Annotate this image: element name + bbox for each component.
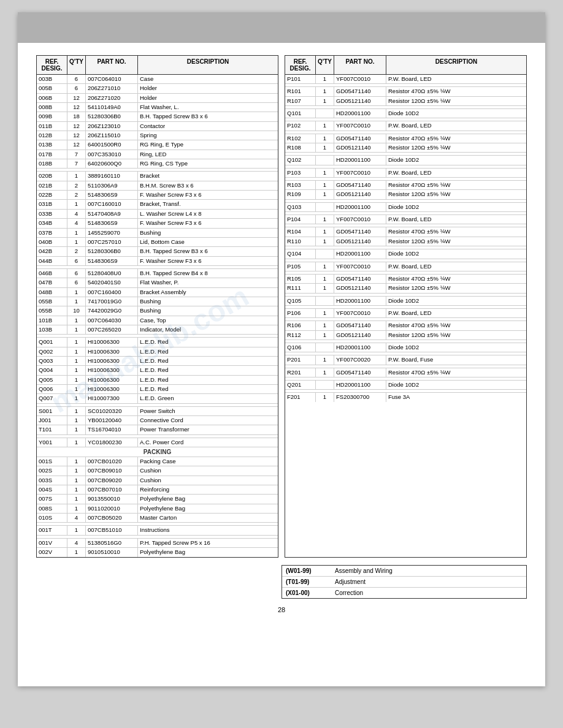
cell-ref: P102 xyxy=(285,121,316,130)
bottom-note-value: Correction xyxy=(335,590,523,596)
table-row: 012B12206Z115010Spring xyxy=(37,131,278,140)
cell-part: GD05471140 xyxy=(334,181,386,189)
cell-ref: 002S xyxy=(37,466,67,475)
cell-ref: 009B xyxy=(37,112,67,121)
table-row: 001T1007CB51010Instructions xyxy=(37,526,278,535)
table-row: Q102HD20001100Diode 10D2 xyxy=(285,156,526,165)
cell-part: 007C353010 xyxy=(86,150,138,159)
cell-qty: 1 xyxy=(67,347,86,356)
cell-qty: 1 xyxy=(67,425,86,434)
table-row: R1071GD05121140Resistor 120Ω ±5% ¼W xyxy=(285,97,526,106)
table-row: Q106HD20001100Diode 10D2 xyxy=(285,343,526,352)
table-row: 022B25148306S9F. Washer Screw F3 x 6 xyxy=(37,191,278,200)
cell-qty: 1 xyxy=(316,75,334,83)
cell-desc: B.H. Tapped Screw B3 x 6 xyxy=(138,112,278,121)
cell-part: 51470408A9 xyxy=(86,210,138,218)
cell-qty: 1 xyxy=(67,200,86,208)
cell-desc: Instructions xyxy=(138,526,278,534)
cell-desc: Polyethylene Bag xyxy=(138,504,278,513)
cell-ref: Q102 xyxy=(285,156,316,164)
cell-desc: Case xyxy=(138,75,278,83)
cell-desc: Diode 10D2 xyxy=(386,381,526,389)
table-row: P1011YF007C0010P.W. Board, LED xyxy=(285,75,526,84)
header-ref-left: REF.DESIG. xyxy=(37,56,67,74)
table-row: 002V19010510010Polyethylene Bag xyxy=(37,548,278,556)
cell-part: YF007C0010 xyxy=(334,262,386,271)
table-row: 021B25110306A9B.H.M. Screw B3 x 6 xyxy=(37,181,278,191)
cell-ref: 017B xyxy=(37,150,67,159)
table-row: 040B1007C257010Lid, Bottom Case xyxy=(37,238,278,247)
cell-ref: R111 xyxy=(285,284,316,292)
cell-desc: Diode 10D2 xyxy=(386,156,526,164)
cell-ref: 004S xyxy=(37,485,67,494)
cell-part: 64001500R0 xyxy=(86,140,138,149)
cell-qty xyxy=(316,109,334,118)
cell-desc: Flat Washer, P. xyxy=(138,278,278,287)
cell-desc: Diode 10D2 xyxy=(386,109,526,118)
cell-desc: Resistor 120Ω ±5% ¼W xyxy=(386,237,526,246)
cell-part: 1455259070 xyxy=(86,229,138,237)
cell-qty: 1 xyxy=(67,416,86,425)
cell-qty: 1 xyxy=(67,172,86,180)
cell-ref: Q001 xyxy=(37,338,67,346)
table-row: Q0071HI10007300L.E.D. Green xyxy=(37,394,278,403)
cell-desc: Diode 10D2 xyxy=(386,343,526,352)
cell-part: 007CB05020 xyxy=(86,514,138,522)
cell-desc: RG Ring, CS Type xyxy=(138,159,278,168)
cell-part: 51280306B0 xyxy=(86,247,138,256)
cell-part: 206Z123010 xyxy=(86,122,138,131)
cell-part: 54110149A0 xyxy=(86,103,138,112)
cell-ref: P104 xyxy=(285,215,316,224)
cell-ref: 037B xyxy=(37,229,67,237)
cell-part: YC01800230 xyxy=(86,438,138,447)
cell-qty: 1 xyxy=(316,262,334,271)
cell-part: YF007C0010 xyxy=(334,309,386,317)
cell-ref: 040B xyxy=(37,238,67,246)
cell-part: 007C160010 xyxy=(86,200,138,208)
table-row: 101B1007C064030Case, Top xyxy=(37,316,278,325)
cell-qty: 4 xyxy=(67,539,86,547)
cell-desc: P.W. Board, LED xyxy=(386,262,526,271)
cell-qty: 6 xyxy=(67,75,86,83)
cell-qty: 1 xyxy=(316,284,334,292)
cell-desc: Cushion xyxy=(138,476,278,485)
cell-ref: R107 xyxy=(285,97,316,105)
cell-ref: R106 xyxy=(285,321,316,330)
cell-qty: 6 xyxy=(67,84,86,93)
cell-part: GD05471140 xyxy=(334,275,386,283)
cell-desc: Cushion xyxy=(138,466,278,475)
cell-ref: Q003 xyxy=(37,357,67,365)
cell-qty: 10 xyxy=(67,306,86,315)
cell-part: HD20001100 xyxy=(334,249,386,258)
cell-qty: 12 xyxy=(67,131,86,140)
cell-ref: 021B xyxy=(37,181,67,190)
right-table: REF.DESIG. Q'TY PART NO. DESCRIPTION P10… xyxy=(285,55,527,558)
cell-part: 5148306S9 xyxy=(86,257,138,265)
cell-desc: Bracket, Transf. xyxy=(138,200,278,208)
cell-desc: Resistor 470Ω ±5% ¼W xyxy=(386,227,526,236)
cell-part: HI10006300 xyxy=(86,347,138,356)
cell-desc: Diode 10D2 xyxy=(386,203,526,211)
cell-desc: Resistor 470Ω ±5% ¼W xyxy=(386,87,526,96)
cell-part: 64020600Q0 xyxy=(86,159,138,168)
table-row: 017B7007C353010Ring, LED xyxy=(37,150,278,159)
cell-ref: R108 xyxy=(285,143,316,152)
table-row: Q0061HI10006300L.E.D. Red xyxy=(37,385,278,394)
cell-part: GD05471140 xyxy=(334,321,386,330)
cell-qty xyxy=(316,381,334,389)
table-row: 047B654020401S0Flat Washer, P. xyxy=(37,278,278,287)
cell-desc: Resistor 470Ω ±5% ¼W xyxy=(386,134,526,143)
cell-qty xyxy=(316,203,334,211)
table-row: 003B6007C064010Case xyxy=(37,75,278,84)
cell-part: 5110306A9 xyxy=(86,181,138,190)
cell-part: HI10006300 xyxy=(86,385,138,393)
cell-part: YF007C0020 xyxy=(334,355,386,364)
cell-part: 9010510010 xyxy=(86,548,138,556)
cell-qty: 1 xyxy=(67,325,86,334)
cell-part: HD20001100 xyxy=(334,203,386,211)
cell-ref: 008B xyxy=(37,103,67,112)
cell-qty: 1 xyxy=(67,376,86,384)
cell-part: 74170019G0 xyxy=(86,297,138,306)
cell-part: HD20001100 xyxy=(334,381,386,389)
cell-ref: Q006 xyxy=(37,385,67,393)
